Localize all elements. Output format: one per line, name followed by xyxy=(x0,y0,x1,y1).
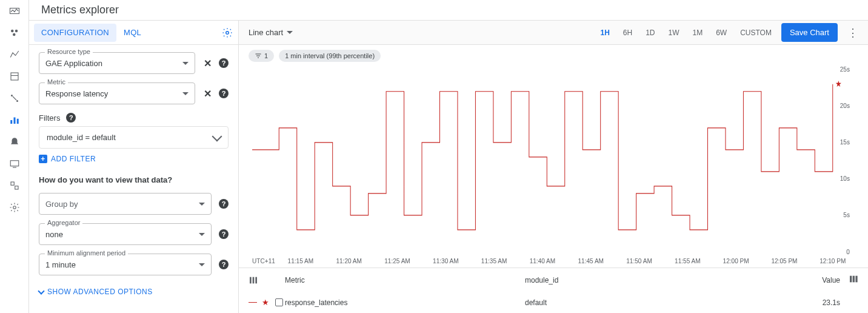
left-nav-rail xyxy=(0,0,29,313)
svg-point-3 xyxy=(13,33,16,36)
legend-row[interactable]: ★ response_latencies default 23.1s xyxy=(239,292,868,313)
metric-select[interactable]: Response latency xyxy=(39,82,195,104)
line-chart[interactable]: 05s10s15s20s25sUTC+1111:15 AM11:20 AM11:… xyxy=(246,67,851,268)
tab-mql[interactable]: MQL xyxy=(116,24,149,42)
filter-count-chip[interactable]: 1 xyxy=(249,50,274,62)
help-icon[interactable]: ? xyxy=(219,58,229,68)
svg-rect-45 xyxy=(853,276,855,283)
svg-text:12:05 PM: 12:05 PM xyxy=(771,257,797,264)
time-range-1m[interactable]: 1M xyxy=(693,29,703,37)
help-icon[interactable]: ? xyxy=(219,229,229,239)
svg-text:11:35 AM: 11:35 AM xyxy=(481,257,507,264)
chevron-down-icon[interactable] xyxy=(212,131,222,141)
groups-icon[interactable] xyxy=(7,178,22,193)
aggregator-select[interactable]: none xyxy=(39,223,212,245)
settings-icon[interactable] xyxy=(7,200,22,215)
dropdown-icon xyxy=(287,31,293,34)
top-header: Metrics explorer xyxy=(29,0,868,21)
columns-icon[interactable] xyxy=(249,275,258,285)
box-icon[interactable] xyxy=(7,69,22,84)
help-icon[interactable]: ? xyxy=(66,113,76,123)
svg-point-16 xyxy=(13,206,16,209)
min-alignment-label: Minimum alignment period xyxy=(45,249,128,257)
dashboards-icon[interactable] xyxy=(7,25,22,40)
help-icon[interactable]: ? xyxy=(219,260,229,269)
metric-label: Metric xyxy=(45,78,68,86)
time-range-custom[interactable]: CUSTOM xyxy=(740,29,772,37)
resource-type-label: Resource type xyxy=(45,48,93,55)
chevron-down-icon xyxy=(38,288,44,294)
svg-text:10s: 10s xyxy=(840,175,850,183)
series-checkbox[interactable] xyxy=(275,298,283,306)
svg-rect-44 xyxy=(850,276,852,283)
help-icon[interactable]: ? xyxy=(219,89,229,98)
svg-text:12:10 PM: 12:10 PM xyxy=(820,257,846,264)
svg-rect-46 xyxy=(855,276,857,283)
chart-type-select[interactable]: Line chart xyxy=(249,28,293,37)
more-menu-icon[interactable]: ⋮ xyxy=(847,26,858,39)
clear-metric-icon[interactable]: ✕ xyxy=(204,88,212,99)
filter-row[interactable]: module_id = default xyxy=(39,126,229,149)
uptime-icon[interactable] xyxy=(7,156,22,171)
svg-rect-14 xyxy=(11,182,14,185)
svg-text:★: ★ xyxy=(835,79,842,89)
svg-rect-4 xyxy=(11,73,18,80)
svg-line-8 xyxy=(13,96,16,100)
config-panel: CONFIGURATION MQL Resource type GAE Appl… xyxy=(29,21,239,313)
svg-rect-15 xyxy=(15,186,18,189)
config-settings-gear-icon[interactable] xyxy=(221,27,233,39)
monitoring-icon[interactable] xyxy=(7,4,22,18)
time-range-1d[interactable]: 1D xyxy=(646,29,655,37)
svg-text:25s: 25s xyxy=(840,67,850,73)
resource-type-select[interactable]: GAE Application xyxy=(39,52,195,74)
help-icon[interactable]: ? xyxy=(219,199,229,209)
dropdown-icon[interactable] xyxy=(182,92,189,95)
svg-text:11:40 AM: 11:40 AM xyxy=(530,257,556,264)
interval-chip[interactable]: 1 min interval (99th percentile) xyxy=(279,50,381,62)
add-filter-button[interactable]: + ADD FILTER xyxy=(39,155,229,163)
svg-text:11:50 AM: 11:50 AM xyxy=(626,257,652,264)
svg-point-6 xyxy=(11,95,13,96)
time-range-6w[interactable]: 6W xyxy=(716,29,727,37)
traces-icon[interactable] xyxy=(7,91,22,106)
time-range-1w[interactable]: 1W xyxy=(669,29,679,37)
dropdown-icon[interactable] xyxy=(199,263,205,266)
dropdown-icon[interactable] xyxy=(199,233,205,236)
group-by-select[interactable]: Group by xyxy=(39,193,212,215)
svg-text:11:25 AM: 11:25 AM xyxy=(384,257,410,264)
save-chart-button[interactable]: Save Chart xyxy=(781,23,838,42)
svg-rect-43 xyxy=(255,277,257,283)
svg-text:20s: 20s xyxy=(840,102,850,110)
svg-rect-12 xyxy=(10,161,19,166)
clear-resource-type-icon[interactable]: ✕ xyxy=(204,58,212,69)
series-line-marker xyxy=(249,302,257,303)
svg-point-2 xyxy=(15,30,18,33)
alerting-icon[interactable] xyxy=(7,135,22,149)
svg-rect-11 xyxy=(16,119,18,124)
svg-text:11:45 AM: 11:45 AM xyxy=(578,257,604,264)
svg-text:UTC+11: UTC+11 xyxy=(252,257,275,264)
svg-rect-42 xyxy=(253,277,255,283)
svg-text:11:55 AM: 11:55 AM xyxy=(675,257,701,264)
svg-point-1 xyxy=(11,30,14,33)
svg-rect-10 xyxy=(13,118,15,124)
svg-text:0: 0 xyxy=(846,247,850,255)
column-layout-icon[interactable] xyxy=(849,274,858,284)
metrics-explorer-icon[interactable] xyxy=(7,113,22,127)
svg-text:5s: 5s xyxy=(843,211,850,219)
services-icon[interactable] xyxy=(7,47,22,62)
svg-text:11:20 AM: 11:20 AM xyxy=(336,257,362,264)
tab-configuration[interactable]: CONFIGURATION xyxy=(34,24,116,42)
time-range-6h[interactable]: 6H xyxy=(623,29,632,37)
time-range-1h[interactable]: 1H xyxy=(600,29,609,37)
svg-text:11:15 AM: 11:15 AM xyxy=(288,257,314,264)
svg-point-17 xyxy=(226,31,229,34)
dropdown-icon[interactable] xyxy=(182,62,189,65)
svg-text:11:30 AM: 11:30 AM xyxy=(433,257,459,264)
plus-icon: + xyxy=(39,155,47,163)
svg-rect-9 xyxy=(10,120,12,124)
dropdown-icon[interactable] xyxy=(199,203,205,206)
aggregator-label: Aggregator xyxy=(45,219,82,226)
show-advanced-toggle[interactable]: SHOW ADVANCED OPTIONS xyxy=(39,288,229,296)
min-alignment-select[interactable]: 1 minute xyxy=(39,254,212,275)
